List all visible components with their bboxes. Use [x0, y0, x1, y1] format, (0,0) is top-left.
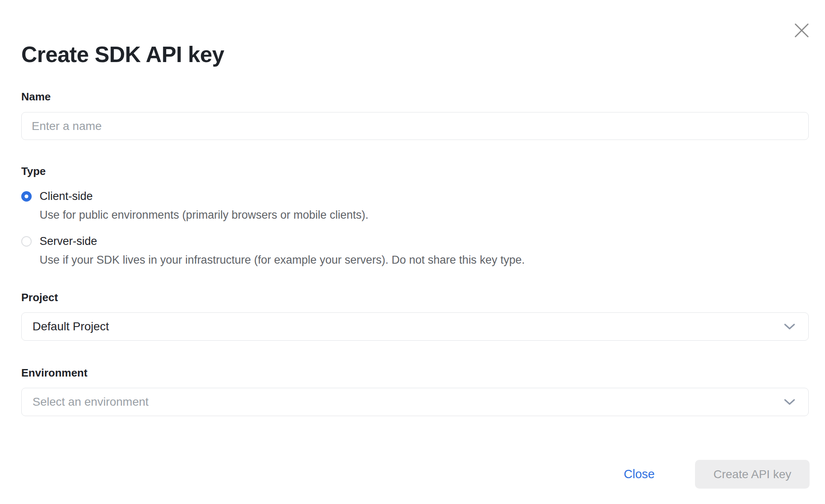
- close-icon: [793, 22, 810, 39]
- name-label: Name: [21, 90, 809, 103]
- close-button[interactable]: [792, 21, 811, 40]
- type-option-server-side: Server-side Use if your SDK lives in you…: [21, 235, 809, 267]
- project-select[interactable]: Default Project: [21, 312, 809, 341]
- server-side-radio-row[interactable]: Server-side: [21, 235, 809, 248]
- chevron-down-icon: [783, 398, 796, 406]
- dialog-footer: Close Create API key: [624, 460, 810, 489]
- close-link-button[interactable]: Close: [624, 467, 655, 481]
- create-sdk-api-key-dialog: Create SDK API key Name Type Client-side…: [0, 0, 825, 504]
- client-side-radio-label: Client-side: [40, 190, 93, 203]
- server-side-radio-label: Server-side: [40, 235, 97, 248]
- radio-unselected-icon[interactable]: [21, 236, 32, 247]
- client-side-radio-row[interactable]: Client-side: [21, 190, 809, 203]
- project-label: Project: [21, 291, 809, 304]
- environment-label: Environment: [21, 367, 809, 379]
- environment-select[interactable]: Select an environment: [21, 388, 809, 416]
- radio-selected-icon[interactable]: [21, 191, 32, 202]
- dialog-title: Create SDK API key: [21, 0, 809, 67]
- name-input[interactable]: [21, 112, 809, 140]
- chevron-down-icon: [783, 322, 796, 331]
- type-label: Type: [21, 165, 809, 178]
- type-option-client-side: Client-side Use for public environments …: [21, 190, 809, 222]
- server-side-description: Use if your SDK lives in your infrastruc…: [40, 253, 809, 267]
- create-api-key-button[interactable]: Create API key: [695, 460, 810, 489]
- client-side-description: Use for public environments (primarily b…: [40, 208, 809, 222]
- project-select-value: Default Project: [32, 320, 109, 333]
- environment-select-placeholder: Select an environment: [32, 395, 149, 409]
